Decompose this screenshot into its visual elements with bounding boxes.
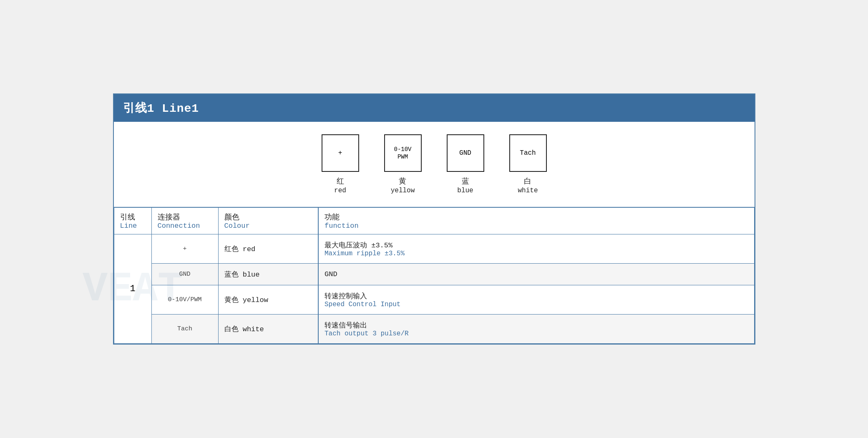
terminal-plus: + 红 red (322, 134, 359, 194)
conn-pwm: 0-10V/PWM (151, 285, 218, 315)
func-zh-tach: 转速信号输出 (325, 320, 748, 330)
terminal-label-pwm: 黄 yellow (391, 176, 415, 194)
header-colour-en: Colour (224, 222, 312, 230)
func-plus: 最大电压波动 ±3.5% Maximum ripple ±3.5% (318, 234, 754, 264)
func-en-pwm: Speed Control Input (325, 301, 748, 308)
header-conn-zh: 连接器 (158, 212, 212, 222)
func-en-tach: Tach output 3 pulse/R (325, 330, 748, 337)
terminal-label-plus: 红 red (334, 176, 346, 194)
header-func-cell: 功能 function (318, 207, 754, 234)
terminal-zh-white: 白 (524, 176, 531, 186)
table-row-1-gnd: GND 蓝色 blue GND (114, 264, 754, 285)
func-pwm: 转速控制输入 Speed Control Input (318, 285, 754, 315)
colour-blue: 蓝色 blue (218, 264, 318, 285)
colour-red: 红色 red (218, 234, 318, 264)
terminal-tach: Tach 白 white (509, 134, 547, 194)
conn-tach: Tach (151, 315, 218, 344)
terminal-box-tach: Tach (509, 134, 547, 172)
table-header-row: 引线 Line 连接器 Connection 颜色 Colour 功能 func… (114, 207, 754, 234)
header-line-zh: 引线 (120, 212, 146, 222)
table-row-1-pwm: 0-10V/PWM 黄色 yellow 转速控制输入 Speed Control… (114, 285, 754, 315)
terminal-gnd: GND 蓝 blue (447, 134, 484, 194)
func-tach: 转速信号输出 Tach output 3 pulse/R (318, 315, 754, 344)
terminal-label-gnd: 蓝 blue (457, 176, 473, 194)
terminal-label-tach: 白 white (518, 176, 538, 194)
conn-plus: + (151, 234, 218, 264)
terminal-zh-yellow: 黄 (399, 176, 406, 186)
main-table: + 红 red 0-10VPWM 黄 yellow (114, 122, 755, 344)
header-func-zh: 功能 (325, 212, 748, 222)
diagram-inner: + 红 red 0-10VPWM 黄 yellow (122, 134, 746, 194)
conn-gnd: GND (151, 264, 218, 285)
func-zh-plus: 最大电压波动 ±3.5% (325, 240, 748, 250)
terminal-box-plus: + (322, 134, 359, 172)
terminal-box-gnd: GND (447, 134, 484, 172)
header-line-en: Line (120, 222, 146, 230)
colour-yellow: 黄色 yellow (218, 285, 318, 315)
terminal-en-yellow: yellow (391, 187, 415, 194)
table-row-1-tach: Tach 白色 white 转速信号输出 Tach output 3 pulse… (114, 315, 754, 344)
terminal-box-pwm: 0-10VPWM (384, 134, 422, 172)
diagram-row: + 红 red 0-10VPWM 黄 yellow (114, 122, 754, 207)
page-title: 引线1 Line1 (123, 102, 199, 115)
main-container: 引线1 Line1 + 红 red 0-10VPWM (113, 93, 755, 345)
colour-white: 白色 white (218, 315, 318, 344)
header-conn-cell: 连接器 Connection (151, 207, 218, 234)
title-bar: 引线1 Line1 (114, 94, 755, 122)
terminal-pwm: 0-10VPWM 黄 yellow (384, 134, 422, 194)
line-number-cell-1: VEAT 1 (114, 234, 151, 344)
func-zh-pwm: 转速控制输入 (325, 291, 748, 301)
terminal-en-blue: blue (457, 187, 473, 194)
func-gnd: GND (318, 264, 754, 285)
terminal-zh-blue: 蓝 (462, 176, 469, 186)
header-conn-en: Connection (158, 222, 212, 230)
func-en-plus: Maximum ripple ±3.5% (325, 250, 748, 257)
header-func-en: function (325, 222, 748, 230)
header-colour-cell: 颜色 Colour (218, 207, 318, 234)
header-colour-zh: 颜色 (224, 212, 312, 222)
header-line-cell: 引线 Line (114, 207, 151, 234)
func-zh-gnd: GND (325, 270, 748, 278)
terminal-zh-red: 红 (337, 176, 344, 186)
diagram-cell: + 红 red 0-10VPWM 黄 yellow (114, 122, 754, 207)
terminal-en-white: white (518, 187, 538, 194)
table-row-1-plus: VEAT 1 + 红色 red 最大电压波动 ±3.5% Maximum rip… (114, 234, 754, 264)
terminal-en-red: red (334, 187, 346, 194)
